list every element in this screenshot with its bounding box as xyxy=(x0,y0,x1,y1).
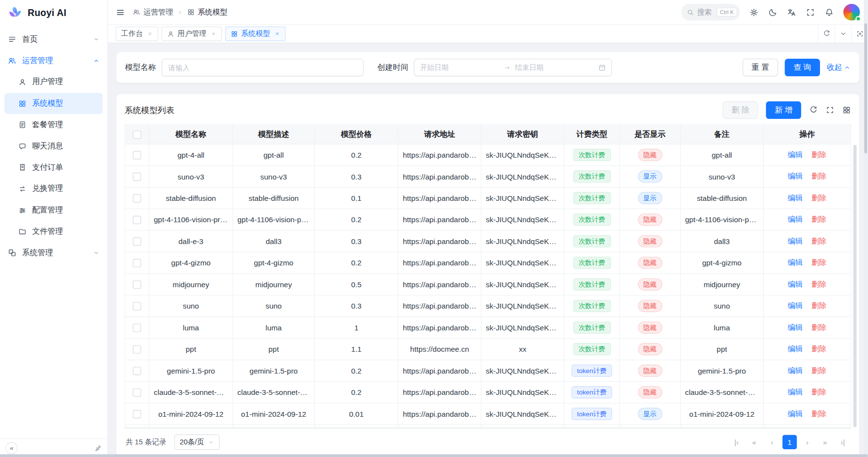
search-button[interactable]: 查 询 xyxy=(785,59,820,76)
close-icon[interactable] xyxy=(275,31,280,36)
delete-link[interactable]: 删除 xyxy=(812,172,827,180)
row-checkbox[interactable] xyxy=(133,324,141,332)
delete-link[interactable]: 删除 xyxy=(812,194,827,202)
delete-link[interactable]: 删除 xyxy=(812,409,827,418)
table-columns-button[interactable] xyxy=(842,106,851,114)
sidebar-item-system-model[interactable]: 系统模型 xyxy=(4,93,103,114)
collapse-filter-button[interactable]: 收起 xyxy=(827,63,851,73)
close-icon[interactable] xyxy=(147,31,152,36)
page-size-select[interactable]: 20条/页 xyxy=(174,434,220,450)
sidebar-item-chat-message[interactable]: 聊天消息 xyxy=(4,135,103,157)
prev-page-button[interactable]: ‹ xyxy=(765,435,779,449)
edit-link[interactable]: 编辑 xyxy=(788,409,803,418)
edit-link[interactable]: 编辑 xyxy=(788,366,803,375)
tab-user-manage[interactable]: 用户管理 xyxy=(162,27,222,41)
edit-link[interactable]: 编辑 xyxy=(788,215,803,224)
sidebar-item-home[interactable]: 首页 xyxy=(0,29,107,50)
sidebar-collapse-button[interactable]: « xyxy=(5,442,17,454)
table-scroll-area[interactable]: 模型名称模型描述模型价格请求地址请求密钥计费类型是否显示备注操作 gpt-4-a… xyxy=(125,124,851,428)
row-checkbox[interactable] xyxy=(133,259,141,267)
delete-link[interactable]: 删除 xyxy=(812,215,827,224)
tab-refresh-button[interactable] xyxy=(818,25,835,42)
table-vertical-scrollbar[interactable] xyxy=(853,145,857,427)
breadcrumb-item[interactable]: 系统模型 xyxy=(187,7,227,17)
cell-request-url: https://docmee.cn xyxy=(398,338,481,359)
row-checkbox[interactable] xyxy=(133,151,141,159)
translate-button[interactable] xyxy=(787,7,796,16)
edit-link[interactable]: 编辑 xyxy=(788,302,803,310)
tab-workbench[interactable]: 工作台 xyxy=(115,27,158,41)
edit-link[interactable]: 编辑 xyxy=(788,237,803,245)
back-pages-button[interactable]: « xyxy=(747,435,762,449)
row-checkbox[interactable] xyxy=(133,237,141,245)
app-logo[interactable]: Ruoyi AI xyxy=(0,0,107,27)
notification-button[interactable] xyxy=(824,7,834,16)
cell-model-desc: gemini-1.5-pro xyxy=(233,360,315,381)
edit-link[interactable]: 编辑 xyxy=(788,345,803,353)
table-fullscreen-button[interactable] xyxy=(826,106,835,114)
edit-link[interactable]: 编辑 xyxy=(788,323,803,331)
delete-link[interactable]: 删除 xyxy=(812,323,827,331)
row-checkbox[interactable] xyxy=(133,216,141,224)
table-refresh-button[interactable] xyxy=(809,106,818,114)
last-page-button[interactable]: ›| xyxy=(835,435,850,449)
global-search[interactable]: 搜索 Ctrl K xyxy=(681,4,740,20)
sidebar-toggle-button[interactable] xyxy=(115,7,125,16)
next-page-button[interactable]: › xyxy=(800,435,815,449)
delete-link[interactable]: 删除 xyxy=(812,259,827,267)
delete-link[interactable]: 删除 xyxy=(812,302,827,310)
edit-link[interactable]: 编辑 xyxy=(788,150,803,159)
first-page-button[interactable]: |‹ xyxy=(729,435,744,449)
close-icon[interactable] xyxy=(211,31,216,36)
row-checkbox[interactable] xyxy=(133,302,141,310)
sidebar-item-user-manage[interactable]: 用户管理 xyxy=(4,71,103,93)
window-vertical-scrollbar[interactable] xyxy=(864,0,868,457)
row-checkbox[interactable] xyxy=(133,173,141,181)
delete-link[interactable]: 删除 xyxy=(812,237,827,245)
model-name-input[interactable] xyxy=(162,59,363,76)
delete-link[interactable]: 删除 xyxy=(812,150,827,159)
sidebar-item-package-manage[interactable]: 套餐管理 xyxy=(4,114,103,135)
sidebar-item-system-manage[interactable]: 系统管理 xyxy=(0,242,107,263)
user-avatar[interactable] xyxy=(843,4,860,20)
delete-link[interactable]: 删除 xyxy=(812,345,827,353)
settings-button[interactable] xyxy=(749,7,758,16)
edit-link[interactable]: 编辑 xyxy=(788,172,803,180)
sidebar-pin-button[interactable] xyxy=(94,444,102,452)
sidebar-item-config-manage[interactable]: 配置管理 xyxy=(4,199,103,221)
edit-link[interactable]: 编辑 xyxy=(788,388,803,396)
sidebar-item-operations[interactable]: 运营管理 xyxy=(0,50,107,71)
tab-system-model[interactable]: 系统模型 xyxy=(225,27,285,41)
add-button[interactable]: 新 增 xyxy=(766,101,802,119)
cell-model-name: dall-e-3 xyxy=(149,230,232,252)
row-checkbox[interactable] xyxy=(133,389,141,397)
tab-menu-button[interactable] xyxy=(835,25,851,42)
delete-link[interactable]: 删除 xyxy=(812,366,827,375)
dark-mode-button[interactable] xyxy=(768,7,777,16)
batch-delete-button[interactable]: 删 除 xyxy=(723,101,758,119)
current-page-button[interactable]: 1 xyxy=(783,435,797,449)
row-checkbox[interactable] xyxy=(133,367,141,375)
row-checkbox[interactable] xyxy=(133,280,141,289)
row-checkbox[interactable] xyxy=(133,345,141,354)
delete-link[interactable]: 删除 xyxy=(812,280,827,288)
edit-link[interactable]: 编辑 xyxy=(788,280,803,288)
reset-button[interactable]: 重 置 xyxy=(743,59,778,76)
window-horizontal-scrollbar[interactable] xyxy=(0,454,868,457)
sidebar-item-payment-order[interactable]: 支付订单 xyxy=(4,157,103,178)
forward-pages-button[interactable]: » xyxy=(818,435,833,449)
row-checkbox[interactable] xyxy=(133,410,141,418)
sidebar-item-redeem-manage[interactable]: 兑换管理 xyxy=(4,178,103,199)
breadcrumb-item[interactable]: 运营管理 xyxy=(133,7,173,17)
row-checkbox[interactable] xyxy=(133,194,141,202)
delete-link[interactable]: 删除 xyxy=(812,388,827,396)
fullscreen-button[interactable] xyxy=(806,7,815,16)
edit-link[interactable]: 编辑 xyxy=(788,259,803,267)
select-all-checkbox[interactable] xyxy=(133,131,141,139)
date-range-picker[interactable]: 开始日期 结束日期 xyxy=(414,59,612,76)
edit-link[interactable]: 编辑 xyxy=(788,194,803,202)
sidebar-item-file-manage[interactable]: 文件管理 xyxy=(4,221,103,242)
table-toolbar: 删 除 新 增 xyxy=(723,101,851,119)
online-status-dot xyxy=(855,16,861,21)
window-vertical-scrollbar-thumb[interactable] xyxy=(864,23,867,153)
